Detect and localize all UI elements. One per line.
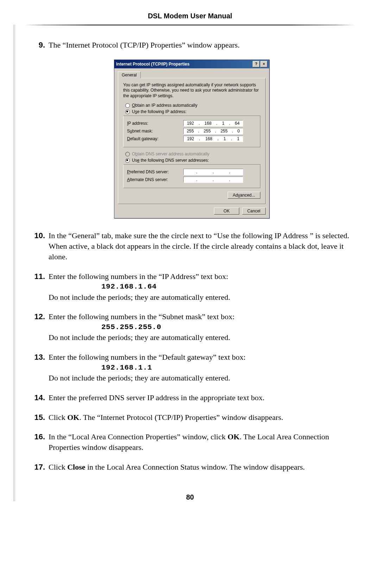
- step-11-lead: Enter the following numbers in the “IP A…: [49, 272, 228, 281]
- alternate-dns-label: Alternate DNS server:: [127, 177, 183, 182]
- ip-address-input[interactable]: 192. 168. 1. 64: [183, 120, 243, 126]
- step-13: 13. Enter the following numbers in the “…: [28, 352, 355, 383]
- step-17-num: 17.: [28, 462, 49, 472]
- dialog-title: Internet Protocol (TCP/IP) Properties: [116, 62, 190, 67]
- radio-icon: [125, 158, 130, 163]
- step-10-text: In the “General” tab, make sure the the …: [49, 230, 355, 262]
- page-binding-shadow: [13, 25, 16, 501]
- step-14-num: 14.: [28, 392, 49, 403]
- radio-icon: [125, 103, 130, 108]
- step-15-text: Click OK. The “Internet Protocol (TCP/IP…: [49, 412, 355, 423]
- doc-header: DSL Modem User Manual: [25, 12, 355, 24]
- alternate-dns-input[interactable]: . . .: [183, 177, 243, 183]
- step-14-text: Enter the preferred DNS server IP addres…: [49, 392, 355, 403]
- tab-general[interactable]: General: [118, 72, 141, 78]
- preferred-dns-label: Preferred DNS server:: [127, 169, 183, 174]
- step-9-text: The “Internet Protocol (TCP/IP) Properti…: [49, 40, 355, 50]
- step-12-num: 12.: [28, 311, 49, 343]
- step-16: 16. In the “Local Area Connection Proper…: [28, 432, 355, 452]
- step-12-tail: Do not include the periods; they are aut…: [49, 333, 230, 342]
- radio-label: Use the following DNS server addresses:: [132, 158, 209, 163]
- step-13-code: 192.168.1.1: [49, 363, 355, 373]
- close-icon[interactable]: ×: [260, 61, 267, 67]
- step-11: 11. Enter the following numbers in the “…: [28, 271, 355, 303]
- ip-address-label: IP address:: [127, 121, 183, 126]
- step-16-num: 16.: [28, 432, 49, 452]
- radio-label: Obtain DNS server address automatically: [132, 151, 209, 156]
- step-13-lead: Enter the following numbers in the “Defa…: [49, 353, 246, 361]
- step-12-lead: Enter the following numbers in the “Subn…: [49, 312, 235, 321]
- step-12-code: 255.255.255.0: [49, 322, 355, 332]
- step-17: 17. Click Close in the Local Area Connec…: [28, 462, 355, 472]
- radio-use-following-dns[interactable]: Use the following DNS server addresses:: [123, 157, 260, 163]
- radio-label: Use the following IP address:: [132, 109, 186, 114]
- radio-obtain-ip-auto[interactable]: Obtain an IP address automatically: [123, 102, 260, 109]
- step-15-num: 15.: [28, 412, 49, 423]
- page-number: 80: [25, 493, 355, 501]
- cancel-button[interactable]: Cancel: [242, 208, 266, 215]
- step-11-num: 11.: [28, 271, 49, 303]
- step-11-tail: Do not include the periods; they are aut…: [49, 293, 230, 302]
- subnet-mask-input[interactable]: 255. 255. 255. 0: [183, 128, 243, 134]
- default-gateway-label: Default gateway:: [127, 136, 183, 141]
- subnet-mask-label: Subnet mask:: [127, 129, 183, 134]
- step-13-tail: Do not include the periods; they are aut…: [49, 373, 230, 382]
- step-15: 15. Click OK. The “Internet Protocol (TC…: [28, 412, 355, 423]
- step-11-code: 192.168.1.64: [49, 281, 355, 292]
- step-10-num: 10.: [28, 230, 49, 262]
- step-17-text: Click Close in the Local Area Connection…: [49, 462, 355, 472]
- radio-obtain-dns-auto: Obtain DNS server address automatically: [123, 151, 260, 157]
- dialog-intro: You can get IP settings assigned automat…: [123, 82, 260, 99]
- step-16-text: In the “Local Area Connection Properties…: [49, 432, 355, 452]
- dialog-titlebar[interactable]: Internet Protocol (TCP/IP) Properties ? …: [114, 60, 269, 68]
- tcpip-properties-dialog: Internet Protocol (TCP/IP) Properties ? …: [114, 60, 270, 219]
- step-12: 12. Enter the following numbers in the “…: [28, 311, 355, 343]
- radio-icon: [125, 110, 130, 114]
- step-10: 10. In the “General” tab, make sure the …: [28, 230, 355, 262]
- preferred-dns-input[interactable]: . . .: [183, 169, 243, 175]
- step-14: 14. Enter the preferred DNS server IP ad…: [28, 392, 355, 403]
- advanced-button[interactable]: Advanced...: [228, 192, 260, 199]
- step-9: 9. The “Internet Protocol (TCP/IP) Prope…: [28, 40, 355, 50]
- radio-label: Obtain an IP address automatically: [132, 103, 197, 108]
- radio-use-following-ip[interactable]: Use the following IP address:: [123, 109, 260, 115]
- default-gateway-input[interactable]: 192. 168. 1. 1: [183, 136, 243, 142]
- radio-icon: [125, 152, 130, 156]
- step-9-num: 9.: [28, 40, 49, 50]
- ok-button[interactable]: OK: [214, 208, 239, 215]
- step-13-num: 13.: [28, 352, 49, 383]
- help-button[interactable]: ?: [253, 61, 260, 67]
- header-rule: [25, 24, 355, 26]
